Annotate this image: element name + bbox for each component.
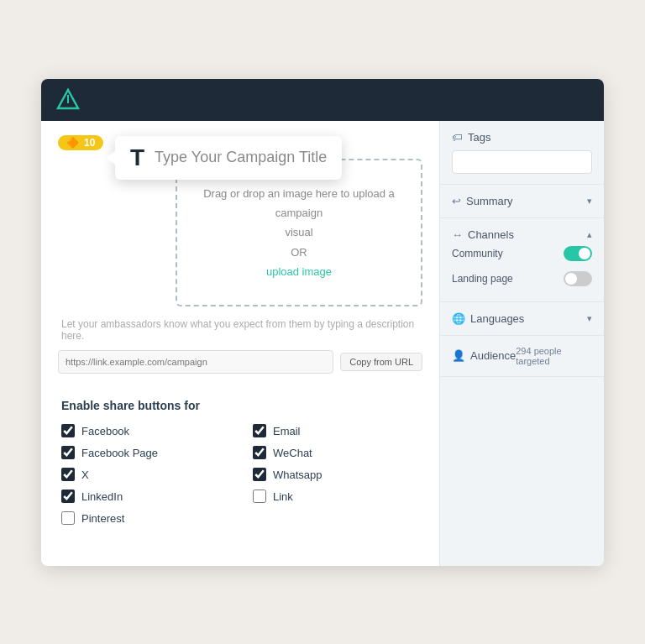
main-panel: 🔶 10 Drag or drop an image here to uploa… xyxy=(41,121,439,566)
languages-title: 🌐 Languages xyxy=(452,312,524,325)
landing-page-toggle-thumb xyxy=(565,273,577,285)
share-section: Enable share buttons for Facebook Email … xyxy=(58,390,422,533)
linkedin-checkbox[interactable] xyxy=(61,490,75,503)
wechat-label: WeChat xyxy=(273,447,312,459)
x-checkbox[interactable] xyxy=(61,468,75,481)
share-title: Enable share buttons for xyxy=(61,399,419,412)
description-area: Let your ambassadors know what you expec… xyxy=(58,318,422,342)
checkbox-email: Email xyxy=(253,424,419,437)
audience-row: 👤 Audience 294 people targeted xyxy=(452,346,592,366)
tags-header[interactable]: 🏷 Tags xyxy=(452,131,592,144)
upload-or: OR xyxy=(194,243,404,262)
tooltip-t-icon: T xyxy=(130,144,144,171)
summary-title: ↩ Summary xyxy=(452,195,513,207)
upload-line1: Drag or drop an image here to upload a c… xyxy=(194,184,404,223)
badge-icon: 🔶 xyxy=(66,137,79,149)
checkbox-facebook-page: Facebook Page xyxy=(61,446,228,459)
community-toggle-thumb xyxy=(579,248,590,259)
whatsapp-label: Whatsapp xyxy=(273,469,322,481)
checkbox-whatsapp: Whatsapp xyxy=(253,468,419,481)
summary-icon: ↩ xyxy=(452,195,461,207)
tag-icon: 🏷 xyxy=(452,131,463,144)
languages-section: 🌐 Languages ▾ xyxy=(440,302,604,336)
x-label: X xyxy=(81,469,89,481)
facebook-checkbox[interactable] xyxy=(61,424,75,437)
linkedin-label: LinkedIn xyxy=(81,490,123,503)
content-area: 🔶 10 Drag or drop an image here to uploa… xyxy=(41,121,604,566)
languages-header[interactable]: 🌐 Languages ▾ xyxy=(452,312,592,325)
link-label: Link xyxy=(273,490,293,503)
audience-count: 294 people targeted xyxy=(516,346,592,366)
url-input[interactable] xyxy=(58,350,333,374)
channels-icon: ↔ xyxy=(452,228,463,241)
channels-title: ↔ Channels xyxy=(452,228,514,241)
channels-section: ↔ Channels ▴ Community xyxy=(440,218,604,302)
header xyxy=(41,79,604,121)
pinterest-checkbox[interactable] xyxy=(61,511,75,525)
tooltip-title-text[interactable]: Type Your Campaign Title xyxy=(155,149,327,166)
sidebar: 🏷 Tags ↩ Summary ▾ xyxy=(439,121,604,566)
audience-section: 👤 Audience 294 people targeted xyxy=(440,336,604,377)
checkbox-linkedin: LinkedIn xyxy=(61,490,228,503)
step-number: 10 xyxy=(84,137,95,149)
community-toggle[interactable] xyxy=(564,246,592,261)
landing-page-label: Landing page xyxy=(452,273,513,285)
landing-page-toggle-track xyxy=(564,271,592,286)
tags-title: 🏷 Tags xyxy=(452,131,490,144)
languages-icon: 🌐 xyxy=(452,312,465,325)
community-label: Community xyxy=(452,248,503,259)
checkbox-wechat: WeChat xyxy=(253,446,419,459)
image-upload-area[interactable]: Drag or drop an image here to upload a c… xyxy=(176,159,422,307)
checkboxes-grid: Facebook Email Facebook Page WeChat xyxy=(61,424,419,525)
community-toggle-track xyxy=(564,246,592,261)
channels-chevron: ▴ xyxy=(587,229,592,240)
checkbox-link: Link xyxy=(253,490,419,503)
pinterest-label: Pinterest xyxy=(81,512,124,525)
tags-input[interactable] xyxy=(452,150,592,174)
tags-section: 🏷 Tags xyxy=(440,121,604,185)
facebook-label: Facebook xyxy=(81,425,129,437)
title-tooltip: T Type Your Campaign Title xyxy=(115,136,342,180)
link-checkbox[interactable] xyxy=(253,490,266,503)
summary-section: ↩ Summary ▾ xyxy=(440,185,604,218)
audience-title: 👤 Audience xyxy=(452,349,516,362)
description-placeholder: Let your ambassadors know what you expec… xyxy=(61,318,414,342)
facebook-page-label: Facebook Page xyxy=(81,447,158,459)
checkbox-pinterest: Pinterest xyxy=(61,511,228,525)
wechat-checkbox[interactable] xyxy=(253,446,266,459)
upload-link[interactable]: upload image xyxy=(266,265,332,278)
app-window: 🔶 10 Drag or drop an image here to uploa… xyxy=(41,79,604,566)
channels-header[interactable]: ↔ Channels ▴ xyxy=(452,228,592,241)
logo-icon xyxy=(55,86,81,113)
landing-page-toggle[interactable] xyxy=(564,271,592,286)
upload-line2: visual xyxy=(194,223,404,242)
landing-page-toggle-row: Landing page xyxy=(452,266,592,291)
tooltip-pointer xyxy=(107,151,115,165)
summary-chevron: ▾ xyxy=(587,196,592,207)
step-badge: 🔶 10 xyxy=(58,135,103,150)
community-toggle-row: Community xyxy=(452,241,592,266)
checkbox-x: X xyxy=(61,468,228,481)
email-checkbox[interactable] xyxy=(253,424,266,437)
languages-chevron: ▾ xyxy=(587,313,592,324)
copy-from-url-button[interactable]: Copy from URL xyxy=(340,353,422,371)
email-label: Email xyxy=(273,425,301,437)
checkbox-facebook: Facebook xyxy=(61,424,228,437)
url-row: Copy from URL xyxy=(58,350,422,374)
facebook-page-checkbox[interactable] xyxy=(61,446,75,459)
summary-header[interactable]: ↩ Summary ▾ xyxy=(452,195,592,207)
audience-icon: 👤 xyxy=(452,349,465,362)
whatsapp-checkbox[interactable] xyxy=(253,468,266,481)
